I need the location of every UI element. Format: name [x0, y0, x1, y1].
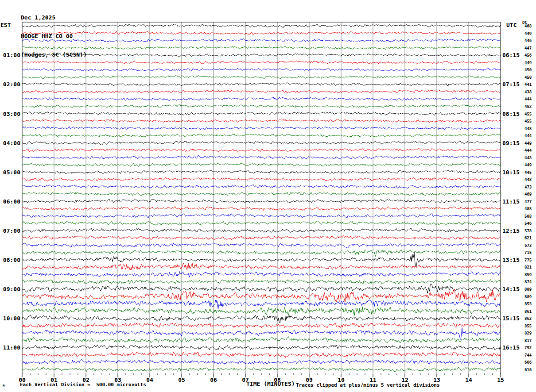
- trace-row: [22, 134, 501, 137]
- dc-value: 861: [524, 309, 532, 314]
- trace-row: [22, 199, 501, 203]
- dc-value: 546: [524, 221, 532, 226]
- trace-row: [22, 90, 501, 93]
- est-hour-label: 02:00: [0, 81, 20, 88]
- trace-row: [22, 111, 501, 115]
- trace-row: [22, 46, 501, 49]
- dc-value: 449: [524, 141, 532, 146]
- est-hour-label: 09:00: [0, 286, 20, 292]
- utc-hour-label: 11:15: [502, 198, 520, 205]
- dc-value: 744: [524, 353, 532, 357]
- utc-hour-label: 15:15: [502, 315, 520, 322]
- dc-value: 829: [524, 331, 532, 335]
- trace-row: [22, 263, 501, 270]
- trace-row: [22, 221, 501, 225]
- trace-row: [22, 104, 501, 108]
- minute-axis-label: 05: [174, 377, 190, 383]
- dc-value: 621: [524, 236, 532, 240]
- trace-row: [22, 359, 501, 364]
- trace-row: [22, 300, 501, 309]
- est-hour-label: 05:00: [0, 169, 20, 176]
- dc-value: 715: [524, 250, 532, 255]
- time-axis-label: TIME (MINUTES): [246, 381, 295, 387]
- scale-note: Each Vertical Division = 500.00 microvol…: [20, 382, 146, 388]
- minute-axis-label: 06: [206, 377, 221, 383]
- trace-row: [22, 352, 501, 358]
- dc-value: 468: [524, 24, 532, 28]
- dc-value: 448: [524, 177, 532, 182]
- trace-row: [22, 76, 501, 79]
- dc-value: 449: [524, 31, 532, 36]
- dc-value: 473: [524, 185, 532, 189]
- dc-value: 450: [524, 68, 532, 72]
- est-hour-label: 01:00: [0, 52, 20, 58]
- trace-row: [22, 279, 501, 284]
- trace-row: [22, 252, 501, 267]
- dc-value: 445: [524, 170, 532, 175]
- seismogram-plot: [0, 0, 536, 392]
- utc-hour-label: 13:15: [502, 257, 520, 263]
- utc-hour-label: 16:15: [502, 344, 520, 351]
- dc-value: 444: [524, 148, 532, 153]
- dc-value: 477: [524, 200, 532, 204]
- dc-value: 441: [524, 82, 532, 87]
- est-hour-label: 03:00: [0, 111, 20, 117]
- dc-value: 578: [524, 229, 532, 233]
- trace-row: [22, 156, 501, 159]
- dc-value: 859: [524, 273, 532, 277]
- est-hour-label: 07:00: [0, 227, 20, 234]
- trace-row: [22, 170, 501, 174]
- trace-row: [22, 367, 501, 372]
- trace-row: [22, 214, 501, 218]
- dc-value: 469: [524, 192, 532, 196]
- dc-value: 616: [524, 368, 532, 372]
- utc-hour-label: 10:15: [502, 169, 520, 176]
- logo-mark: M: [3, 384, 4, 388]
- dc-value: 874: [524, 280, 532, 284]
- trace-row: [22, 315, 501, 323]
- minute-axis-label: 14: [461, 377, 477, 383]
- webicorder-screen: Dec 1,2025 HODGE HHZ CO 00 (Hodges, SC (…: [0, 0, 536, 392]
- trace-row: [22, 97, 501, 100]
- clip-note: Traces clipped at plus/minus 5 vertical …: [296, 383, 440, 388]
- trace-row: [22, 148, 501, 152]
- trace-row: [22, 272, 501, 277]
- dc-value: 862: [524, 316, 532, 321]
- dc-value: 488: [524, 207, 532, 211]
- utc-hour-label: 09:15: [502, 140, 520, 146]
- trace-row: [22, 228, 501, 233]
- trace-row: [22, 68, 501, 71]
- dc-value: 444: [524, 97, 532, 101]
- trace-row: [22, 31, 501, 35]
- trace-row: [22, 243, 501, 248]
- trace-row: [22, 328, 501, 340]
- dc-value: 452: [524, 104, 532, 109]
- dc-value: 889: [524, 295, 532, 299]
- utc-hour-label: 12:15: [502, 227, 520, 234]
- dc-value: 447: [524, 46, 532, 50]
- dc-value: 508: [524, 214, 532, 219]
- dc-value: 673: [524, 243, 532, 248]
- utc-hour-label: 06:15: [502, 52, 520, 58]
- trace-row: [22, 119, 501, 123]
- trace-row: [22, 289, 501, 302]
- utc-hour-label: 14:15: [502, 286, 520, 292]
- trace-row: [22, 345, 501, 350]
- dc-value: 438: [524, 90, 532, 94]
- trace-row: [22, 177, 501, 181]
- dc-value: 775: [524, 258, 532, 262]
- trace-row: [22, 250, 501, 257]
- trace-row: [22, 284, 501, 293]
- dc-value: 444: [524, 134, 532, 138]
- trace-row: [22, 38, 501, 42]
- trace-row: [22, 307, 501, 316]
- utc-hour-label: 07:15: [502, 81, 520, 88]
- est-hour-label: 04:00: [0, 140, 20, 146]
- dc-value: 456: [524, 53, 532, 58]
- dc-value: 455: [524, 112, 532, 116]
- dc-value: 855: [524, 324, 532, 328]
- trace-row: [22, 323, 501, 328]
- trace-row: [22, 337, 501, 343]
- dc-value: 448: [524, 127, 532, 131]
- trace-row: [22, 163, 501, 166]
